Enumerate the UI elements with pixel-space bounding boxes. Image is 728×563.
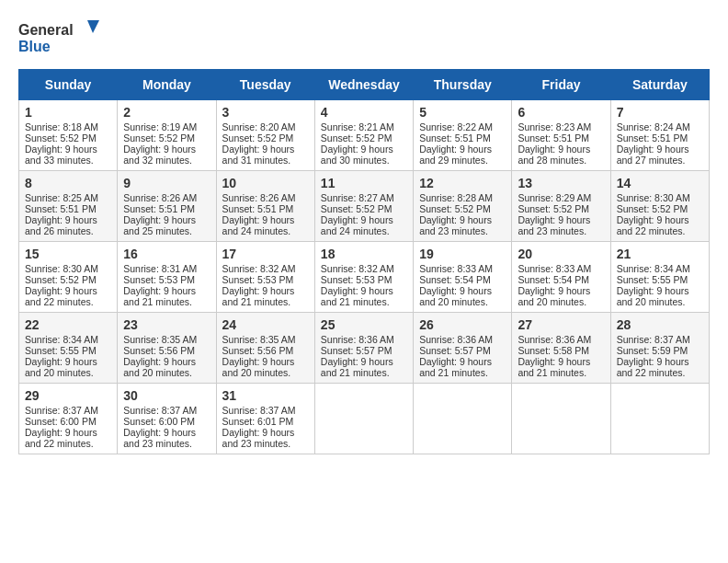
sunrise-label: Sunrise: 8:22 AM (419, 121, 493, 132)
sunrise-label: Sunrise: 8:37 AM (617, 334, 690, 345)
day-cell: 7 Sunrise: 8:24 AM Sunset: 5:51 PM Dayli… (610, 100, 709, 171)
day-number: 20 (518, 247, 604, 261)
daylight-label: Daylight: 9 hours and 20 minutes. (123, 356, 196, 378)
day-cell: 20 Sunrise: 8:33 AM Sunset: 5:54 PM Dayl… (512, 242, 610, 313)
day-number: 8 (25, 176, 111, 190)
header: General Blue (18, 18, 710, 60)
day-cell: 9 Sunrise: 8:26 AM Sunset: 5:51 PM Dayli… (118, 171, 216, 242)
day-cell (512, 384, 610, 454)
day-cell: 25 Sunrise: 8:36 AM Sunset: 5:57 PM Dayl… (314, 313, 413, 384)
day-cell: 31 Sunrise: 8:37 AM Sunset: 6:01 PM Dayl… (216, 384, 314, 454)
sunrise-label: Sunrise: 8:36 AM (321, 334, 394, 345)
daylight-label: Daylight: 9 hours and 20 minutes. (222, 356, 295, 378)
day-number: 29 (25, 388, 111, 403)
week-row-4: 22 Sunrise: 8:34 AM Sunset: 5:55 PM Dayl… (19, 313, 710, 384)
sunrise-label: Sunrise: 8:33 AM (518, 263, 591, 274)
day-number: 19 (419, 247, 506, 261)
sunrise-label: Sunrise: 8:36 AM (419, 334, 493, 345)
day-number: 5 (419, 105, 506, 120)
calendar-table: SundayMondayTuesdayWednesdayThursdayFrid… (18, 69, 710, 454)
sunset-label: Sunset: 5:53 PM (123, 274, 195, 285)
day-number: 21 (617, 247, 703, 261)
day-number: 12 (419, 176, 506, 190)
sunrise-label: Sunrise: 8:20 AM (222, 121, 296, 132)
sunset-label: Sunset: 5:52 PM (518, 203, 589, 214)
svg-marker-2 (87, 20, 99, 33)
day-cell: 14 Sunrise: 8:30 AM Sunset: 5:52 PM Dayl… (610, 171, 709, 242)
sunrise-label: Sunrise: 8:33 AM (419, 263, 493, 274)
sunset-label: Sunset: 5:51 PM (25, 203, 97, 214)
sunset-label: Sunset: 5:51 PM (222, 203, 294, 214)
header-cell-saturday: Saturday (610, 70, 709, 100)
sunrise-label: Sunrise: 8:35 AM (222, 334, 296, 345)
sunset-label: Sunset: 5:51 PM (518, 132, 589, 144)
daylight-label: Daylight: 9 hours and 21 minutes. (321, 285, 393, 307)
day-cell: 27 Sunrise: 8:36 AM Sunset: 5:58 PM Dayl… (512, 313, 610, 384)
sunset-label: Sunset: 5:53 PM (222, 274, 294, 285)
sunset-label: Sunset: 5:52 PM (25, 274, 97, 285)
header-cell-sunday: Sunday (19, 70, 118, 100)
sunset-label: Sunset: 5:52 PM (321, 203, 392, 214)
daylight-label: Daylight: 9 hours and 30 minutes. (321, 144, 393, 166)
day-number: 4 (321, 105, 407, 120)
day-number: 15 (25, 247, 111, 261)
sunrise-label: Sunrise: 8:32 AM (222, 263, 296, 274)
day-number: 30 (123, 388, 210, 403)
day-cell: 28 Sunrise: 8:37 AM Sunset: 5:59 PM Dayl… (610, 313, 709, 384)
day-number: 9 (123, 176, 210, 190)
sunrise-label: Sunrise: 8:25 AM (25, 192, 98, 203)
sunrise-label: Sunrise: 8:26 AM (123, 192, 197, 203)
daylight-label: Daylight: 9 hours and 25 minutes. (123, 214, 196, 236)
daylight-label: Daylight: 9 hours and 28 minutes. (518, 144, 590, 166)
sunset-label: Sunset: 5:51 PM (617, 132, 688, 144)
sunrise-label: Sunrise: 8:37 AM (222, 405, 296, 416)
sunset-label: Sunset: 5:58 PM (518, 345, 589, 356)
day-number: 16 (123, 247, 210, 261)
header-row: SundayMondayTuesdayWednesdayThursdayFrid… (19, 70, 710, 100)
sunrise-label: Sunrise: 8:26 AM (222, 192, 296, 203)
sunset-label: Sunset: 6:00 PM (123, 416, 195, 427)
daylight-label: Daylight: 9 hours and 21 minutes. (123, 285, 196, 307)
daylight-label: Daylight: 9 hours and 27 minutes. (617, 144, 689, 166)
sunset-label: Sunset: 5:54 PM (518, 274, 589, 285)
day-cell: 6 Sunrise: 8:23 AM Sunset: 5:51 PM Dayli… (512, 100, 610, 171)
day-number: 2 (123, 105, 210, 120)
day-number: 28 (617, 317, 703, 332)
day-number: 1 (25, 105, 111, 120)
day-cell: 8 Sunrise: 8:25 AM Sunset: 5:51 PM Dayli… (19, 171, 118, 242)
daylight-label: Daylight: 9 hours and 21 minutes. (419, 356, 492, 378)
day-cell: 29 Sunrise: 8:37 AM Sunset: 6:00 PM Dayl… (19, 384, 118, 454)
daylight-label: Daylight: 9 hours and 23 minutes. (518, 214, 590, 236)
sunset-label: Sunset: 5:56 PM (222, 345, 294, 356)
sunset-label: Sunset: 6:01 PM (222, 416, 294, 427)
sunset-label: Sunset: 5:59 PM (617, 345, 688, 356)
daylight-label: Daylight: 9 hours and 32 minutes. (123, 144, 196, 166)
day-cell: 15 Sunrise: 8:30 AM Sunset: 5:52 PM Dayl… (19, 242, 118, 313)
sunrise-label: Sunrise: 8:19 AM (123, 121, 197, 132)
header-cell-thursday: Thursday (414, 70, 512, 100)
daylight-label: Daylight: 9 hours and 24 minutes. (222, 214, 295, 236)
day-cell (610, 384, 709, 454)
sunrise-label: Sunrise: 8:29 AM (518, 192, 591, 203)
day-number: 18 (321, 247, 407, 261)
daylight-label: Daylight: 9 hours and 22 minutes. (25, 427, 97, 449)
daylight-label: Daylight: 9 hours and 22 minutes. (25, 285, 97, 307)
day-cell: 10 Sunrise: 8:26 AM Sunset: 5:51 PM Dayl… (216, 171, 314, 242)
sunrise-label: Sunrise: 8:28 AM (419, 192, 493, 203)
sunrise-label: Sunrise: 8:23 AM (518, 121, 591, 132)
sunrise-label: Sunrise: 8:36 AM (518, 334, 591, 345)
daylight-label: Daylight: 9 hours and 21 minutes. (321, 356, 393, 378)
day-number: 10 (222, 176, 309, 190)
day-cell: 24 Sunrise: 8:35 AM Sunset: 5:56 PM Dayl… (216, 313, 314, 384)
header-cell-wednesday: Wednesday (314, 70, 413, 100)
sunrise-label: Sunrise: 8:35 AM (123, 334, 197, 345)
day-cell: 19 Sunrise: 8:33 AM Sunset: 5:54 PM Dayl… (414, 242, 512, 313)
header-cell-tuesday: Tuesday (216, 70, 314, 100)
day-number: 14 (617, 176, 703, 190)
daylight-label: Daylight: 9 hours and 20 minutes. (25, 356, 97, 378)
daylight-label: Daylight: 9 hours and 20 minutes. (419, 285, 492, 307)
daylight-label: Daylight: 9 hours and 22 minutes. (617, 214, 689, 236)
sunset-label: Sunset: 5:54 PM (419, 274, 491, 285)
sunrise-label: Sunrise: 8:27 AM (321, 192, 394, 203)
day-number: 13 (518, 176, 604, 190)
